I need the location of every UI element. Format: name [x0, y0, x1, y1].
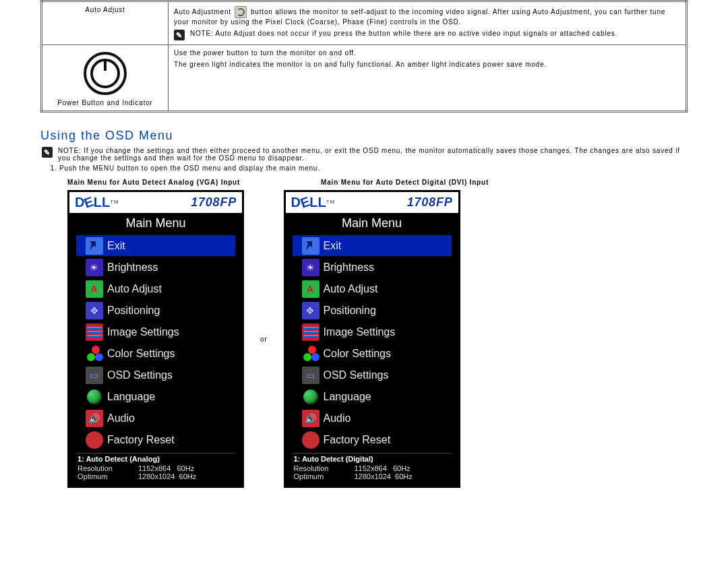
osd-item-language[interactable]: Language [293, 385, 452, 407]
note-icon: ✎ [42, 147, 53, 158]
auto-adjust-icon: A [86, 280, 103, 298]
brightness-icon: ☀ [302, 259, 320, 276]
or-label: or [260, 336, 268, 343]
osd-item-image-settings[interactable]: Image Settings [293, 321, 452, 342]
caption-digital: Main Menu for Auto Detect Digital (DVI) … [321, 179, 489, 186]
osd-item-osd-settings[interactable]: ▭OSD Settings [293, 364, 452, 385]
osd-panel-digital: DELLTM 1708FP Main Menu Exit ☀Brightness… [284, 190, 460, 488]
osd-title: Main Menu [69, 214, 242, 235]
auto-adjust-label: Auto Adjust [48, 6, 162, 13]
color-settings-icon [86, 345, 103, 363]
positioning-icon: ✥ [86, 302, 103, 319]
power-icon [84, 52, 127, 95]
osd-item-color-settings[interactable]: Color Settings [293, 342, 452, 364]
osd-menu-items: Exit ☀Brightness AAuto Adjust ✥Positioni… [286, 235, 458, 450]
auto-adjust-text-b: button allows the monitor to self-adjust… [174, 8, 665, 26]
osd-title: Main Menu [286, 214, 458, 235]
osd-item-audio[interactable]: 🔊Audio [293, 407, 452, 429]
osd-top-note: NOTE: If you change the settings and the… [58, 147, 688, 162]
auto-adjust-small-icon [235, 6, 247, 18]
caption-analog: Main Menu for Auto Detect Analog (VGA) I… [67, 179, 240, 186]
dell-logo: DELLTM [75, 195, 119, 210]
auto-adjust-icon: A [302, 280, 320, 298]
step-1: Push the MENU button to open the OSD men… [59, 164, 688, 172]
dell-logo: DELLTM [291, 195, 335, 210]
factory-reset-icon [302, 431, 320, 449]
power-text-b: The green light indicates the monitor is… [174, 61, 680, 68]
osd-item-factory-reset[interactable]: Factory Reset [76, 429, 235, 450]
osd-settings-icon: ▭ [86, 367, 103, 384]
image-settings-icon [302, 323, 320, 341]
osd-item-positioning[interactable]: ✥Positioning [293, 299, 452, 321]
osd-item-language[interactable]: Language [76, 385, 235, 407]
osd-panel-analog: DELLTM 1708FP Main Menu Exit ☀Brightness… [67, 190, 244, 488]
note-icon: ✎ [174, 30, 185, 40]
image-settings-icon [86, 323, 103, 341]
model-label: 1708FP [407, 195, 453, 210]
osd-menu-items: Exit ☀Brightness AAuto Adjust ✥Positioni… [69, 235, 242, 450]
auto-adjust-cell: Auto Adjustment button allows the monito… [169, 1, 687, 45]
osd-item-osd-settings[interactable]: ▭OSD Settings [76, 364, 235, 385]
osd-item-exit[interactable]: Exit [293, 235, 452, 256]
section-heading: Using the OSD Menu [40, 129, 688, 143]
auto-adjust-text-a: Auto Adjustment [174, 8, 233, 15]
osd-item-exit[interactable]: Exit [76, 235, 235, 256]
model-label: 1708FP [191, 195, 237, 210]
osd-item-auto-adjust[interactable]: AAuto Adjust [76, 278, 235, 299]
color-settings-icon [302, 345, 320, 363]
osd-item-auto-adjust[interactable]: AAuto Adjust [293, 278, 452, 299]
osd-footer-digital: 1: Auto Detect (Digital) Resolution1152x… [286, 455, 458, 486]
osd-item-brightness[interactable]: ☀Brightness [293, 256, 452, 278]
osd-item-factory-reset[interactable]: Factory Reset [293, 429, 452, 450]
osd-footer-analog: 1: Auto Detect (Analog) Resolution1152x8… [69, 455, 242, 486]
auto-adjust-note: NOTE: Auto Adjust does not occur if you … [190, 30, 617, 37]
audio-icon: 🔊 [302, 410, 320, 427]
osd-settings-icon: ▭ [302, 367, 320, 384]
power-text-a: Use the power button to turn the monitor… [174, 49, 680, 57]
osd-item-color-settings[interactable]: Color Settings [76, 342, 235, 364]
exit-icon [86, 237, 103, 255]
positioning-icon: ✥ [302, 302, 320, 319]
osd-item-image-settings[interactable]: Image Settings [76, 321, 235, 342]
audio-icon: 🔊 [86, 410, 103, 427]
power-label: Power Button and Indicator [48, 99, 162, 106]
controls-table: Auto Adjust Auto Adjustment button allow… [40, 0, 688, 113]
osd-item-audio[interactable]: 🔊Audio [76, 407, 235, 429]
language-icon [86, 388, 103, 406]
language-icon [302, 388, 320, 406]
power-cell: Use the power button to turn the monitor… [169, 45, 687, 112]
brightness-icon: ☀ [86, 259, 103, 276]
osd-item-positioning[interactable]: ✥Positioning [76, 299, 235, 321]
osd-item-brightness[interactable]: ☀Brightness [76, 256, 235, 278]
factory-reset-icon [86, 431, 103, 449]
exit-icon [302, 237, 320, 255]
